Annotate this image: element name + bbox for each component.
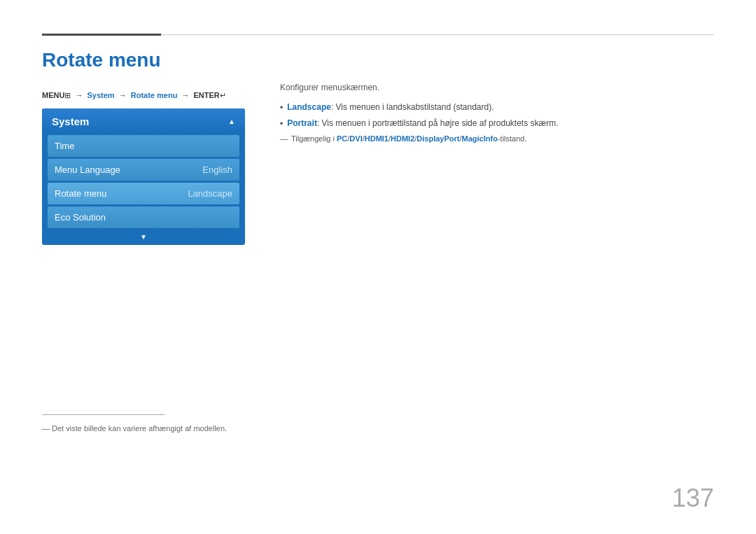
breadcrumb-arrow1: → [75,91,83,99]
system-panel-title: System [52,115,89,127]
note-magicinfo: MagicInfo [462,134,498,143]
menu-item-rotate-value: Landscape [188,188,232,199]
bullet-dot-1: • [280,103,283,113]
note-dash: ― [280,134,288,143]
menu-item-rotate[interactable]: Rotate menu Landscape [48,183,239,204]
breadcrumb-arrow3: → [181,91,189,99]
keyword-portrait: Portrait [287,118,317,128]
breadcrumb-menu-icon: ⊞ [64,91,71,99]
breadcrumb-enter-icon: ↵ [220,91,226,99]
panel-arrow-down-icon: ▼ [140,233,147,241]
bullet-dot-2: • [280,119,283,129]
panel-arrow-up-icon: ▲ [228,118,235,125]
menu-item-language-label: Menu Language [55,164,120,175]
menu-item-eco[interactable]: Eco Solution [48,206,239,228]
breadcrumb-rotate: Rotate menu [131,91,178,99]
menu-item-rotate-label: Rotate menu [55,188,106,199]
footer-note: ― Det viste billede kan variere afhængig… [42,424,227,433]
bullet-landscape-text: Landscape: Vis menuen i landskabstilstan… [287,102,493,112]
bullet-portrait-desc: : Vis menuen i portrættilstand på højre … [317,118,559,128]
menu-item-time-label: Time [55,141,74,151]
note-dvi: DVI [349,134,362,143]
top-line-accent [42,34,161,36]
footer-rule [42,414,164,415]
note-text: Tilgængelig i PC/DVI/HDMI1/HDMI2/Display… [291,134,526,143]
panel-arrow-down-container: ▼ [42,230,245,242]
breadcrumb-menu: MENU [42,91,64,99]
menu-item-language[interactable]: Menu Language English [48,159,239,181]
menu-item-language-value: English [202,164,232,175]
note-hdmi2: HDMI2 [391,134,414,143]
breadcrumb-enter: ENTER [194,91,220,99]
breadcrumb-system: System [88,91,115,99]
note-displayport: DisplayPort [416,134,459,143]
note-prefix: Tilgængelig i [291,134,337,143]
top-decorative-lines [42,34,714,36]
bullet-landscape: • Landscape: Vis menuen i landskabstilst… [280,102,714,113]
bullet-portrait: • Portrait: Vis menuen i portrættilstand… [280,118,714,129]
menu-item-eco-label: Eco Solution [55,212,106,223]
bullet-portrait-text: Portrait: Vis menuen i portrættilstand p… [287,118,558,128]
bullet-landscape-desc: : Vis menuen i landskabstilstand (standa… [331,102,494,112]
system-menu-panel: System ▲ Time Menu Language English Rota… [42,108,245,245]
note-suffix: -tilstand. [498,134,527,143]
breadcrumb: MENU⊞ → System → Rotate menu → ENTER↵ [42,91,226,100]
menu-item-time[interactable]: Time [48,135,239,157]
note-hdmi1: HDMI1 [365,134,388,143]
keyword-landscape: Landscape [287,102,331,112]
config-title: Konfigurer menuskærmen. [280,83,714,92]
page-number: 137 [672,484,714,513]
right-content-area: Konfigurer menuskærmen. • Landscape: Vis… [280,83,714,143]
system-panel-header: System ▲ [42,108,245,133]
note-availability: ― Tilgængelig i PC/DVI/HDMI1/HDMI2/Displ… [280,134,714,143]
note-keywords: PC [337,134,347,143]
breadcrumb-arrow2: → [119,91,127,99]
top-line-rule [161,34,714,35]
page-title: Rotate menu [42,49,161,71]
